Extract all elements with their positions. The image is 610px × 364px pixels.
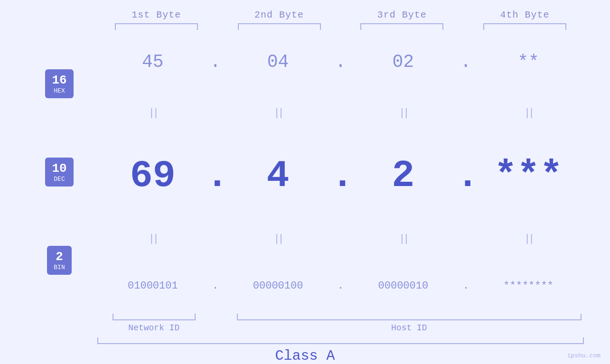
hex-b3-value: 02 [393, 52, 414, 72]
byte2-header: 2nd Byte [218, 9, 341, 20]
hex-badge: 16 HEX [45, 69, 73, 98]
bin-b3-cell: 00000010 [350, 280, 457, 292]
dec-sep1: . [206, 154, 225, 197]
bin-badge: 2 BIN [47, 246, 71, 275]
eq4-cell: || [475, 107, 582, 119]
id-label-row: Network ID Host ID [24, 323, 586, 333]
eq7-cell: || [350, 233, 457, 245]
label-gap [213, 323, 232, 333]
hex-dot3: . [460, 52, 471, 72]
dec-b2-cell: 4 [225, 154, 331, 197]
dec-b1-value: 69 [130, 154, 176, 197]
bin-dot3: . [463, 280, 469, 292]
bracket2 [218, 23, 341, 30]
host-bottom-bracket [237, 314, 582, 320]
dec-num: 10 [52, 161, 66, 176]
bracket4 [463, 23, 586, 30]
equals-row-2: || || || || [95, 232, 586, 246]
eq8-cell: || [475, 233, 582, 245]
hex-b1-cell: 45 [100, 52, 206, 72]
host-id-label: Host ID [391, 323, 427, 333]
hex-row: 45 . 04 . 02 . ** [95, 52, 586, 72]
dec-sep3: . [456, 154, 475, 197]
hex-b2-value: 04 [267, 52, 289, 72]
bottom-bracket-container [24, 314, 586, 320]
dec-b2-value: 4 [267, 154, 290, 197]
network-id-label: Network ID [128, 323, 179, 333]
hex-b4-cell: ** [475, 52, 582, 72]
bin-dot2: . [338, 280, 344, 292]
header-row: 1st Byte 2nd Byte 3rd Byte 4th Byte [24, 9, 586, 20]
hex-b3-cell: 02 [350, 52, 457, 72]
bin-sep1: . [206, 280, 225, 292]
hex-dot2: . [335, 52, 346, 72]
class-bottom-bracket [97, 337, 584, 344]
bin-sep3: . [456, 280, 475, 292]
hex-b1-value: 45 [142, 52, 164, 72]
network-bottom-bracket [113, 314, 196, 320]
content-wrapper: 16 HEX 10 DEC 2 BIN 45 . [24, 30, 586, 314]
hex-num: 16 [52, 73, 66, 87]
hex-sep2: . [331, 52, 350, 72]
byte3-header: 3rd Byte [341, 9, 464, 20]
eq3-cell: || [350, 107, 457, 119]
byte4-header: 4th Byte [463, 9, 586, 20]
top-bracket-row [24, 23, 586, 30]
dec-b1-cell: 69 [100, 154, 206, 197]
host-id-label-cell: Host ID [232, 323, 586, 333]
network-bracket-wrapper [95, 314, 213, 320]
network-id-label-cell: Network ID [95, 323, 213, 333]
dec-b3-value: 2 [392, 154, 414, 197]
label-column: 16 HEX 10 DEC 2 BIN [24, 30, 95, 314]
dec-badge: 10 DEC [45, 158, 73, 187]
bin-b3-value: 00000010 [378, 280, 429, 292]
dec-row: 69 . 4 . 2 . *** [95, 154, 586, 197]
main-container: 1st Byte 2nd Byte 3rd Byte 4th Byte 16 H… [0, 0, 610, 364]
bin-label: BIN [54, 264, 65, 271]
hex-label: HEX [52, 87, 66, 94]
bin-b1-cell: 01000101 [100, 280, 206, 292]
bracket2-shape [238, 23, 321, 30]
dec-b4-value: *** [494, 154, 563, 197]
hex-b2-cell: 04 [225, 52, 331, 72]
bin-b2-cell: 00000100 [225, 280, 331, 292]
eq2-cell: || [225, 107, 331, 119]
bin-dot1: . [212, 280, 218, 292]
hex-sep1: . [206, 52, 225, 72]
dec-label: DEC [52, 176, 66, 183]
class-label: Class A [275, 348, 335, 364]
bin-b1-value: 01000101 [128, 280, 178, 292]
dec-b4-cell: *** [475, 154, 582, 197]
bracket4-shape [483, 23, 566, 30]
eq5-cell: || [100, 233, 206, 245]
bin-row: 01000101 . 00000100 . 00000010 . [95, 280, 586, 292]
byte1-header: 1st Byte [95, 9, 218, 20]
bytes-data-area: 45 . 04 . 02 . ** [95, 30, 586, 314]
bracket3 [341, 23, 464, 30]
bin-b4-value: ******** [503, 280, 554, 292]
watermark: ipshu.com [567, 352, 601, 359]
class-label-row: Class A [24, 348, 586, 364]
bracket1 [95, 23, 218, 30]
hex-sep3: . [456, 52, 475, 72]
bin-b4-cell: ******** [475, 280, 582, 292]
bin-num: 2 [54, 250, 65, 264]
class-bracket-container [24, 337, 586, 344]
equals-row-1: || || || || [95, 106, 586, 120]
eq6-cell: || [225, 233, 331, 245]
bin-b2-value: 00000100 [253, 280, 303, 292]
dec-b3-cell: 2 [350, 154, 457, 197]
eq1-cell: || [100, 107, 206, 119]
bracket3-shape [360, 23, 443, 30]
hex-dot1: . [210, 52, 221, 72]
bracket1-shape [115, 23, 198, 30]
host-bracket-wrapper [232, 314, 586, 320]
bin-sep2: . [331, 280, 350, 292]
hex-b4-value: ** [517, 52, 539, 72]
dec-sep2: . [331, 154, 350, 197]
